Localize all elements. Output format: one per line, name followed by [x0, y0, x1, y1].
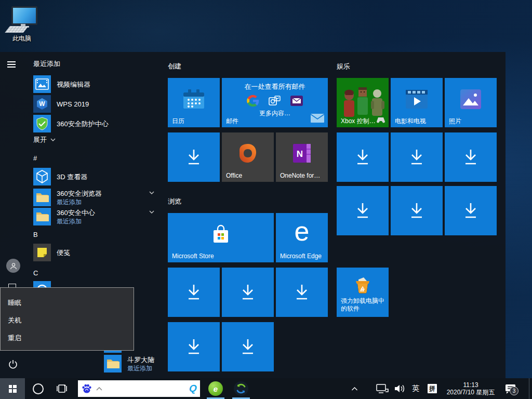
- download-tile[interactable]: [168, 322, 220, 371]
- sync-arrows-icon: [235, 383, 247, 394]
- cube-icon: [33, 168, 51, 185]
- sleep-menu-item[interactable]: 睡眠: [1, 294, 134, 312]
- tile-microsoft-store[interactable]: Microsoft Store: [168, 213, 274, 262]
- folder-icon: [104, 355, 122, 373]
- windows-logo-icon: [9, 385, 17, 393]
- baidu-icon: [81, 383, 92, 394]
- taskbar-app-360-security[interactable]: [233, 380, 249, 397]
- app-item-video-editor[interactable]: 视频编辑器: [33, 75, 150, 93]
- group-header-entertainment[interactable]: 娱乐: [337, 62, 350, 71]
- sticky-note-icon: [33, 244, 51, 261]
- video-editor-icon: [33, 75, 51, 93]
- app-item-wps[interactable]: W WPS 2019: [33, 95, 150, 113]
- download-tile[interactable]: [445, 132, 497, 182]
- app-item-3d-viewer[interactable]: 3D 查看器: [33, 168, 150, 185]
- person-icon: [9, 262, 18, 270]
- this-pc-desktop-icon[interactable]: 此电脑: [6, 5, 37, 43]
- browser-e-icon: e: [214, 384, 218, 393]
- download-tile[interactable]: [445, 186, 497, 235]
- folder-icon: [33, 208, 51, 225]
- language-indicator[interactable]: 英: [410, 378, 421, 399]
- photos-icon: [460, 89, 482, 110]
- tile-movies-tv[interactable]: 电影和电视: [391, 78, 443, 127]
- this-pc-label: 此电脑: [6, 34, 37, 43]
- svg-text:N: N: [297, 149, 303, 159]
- download-arrow-icon: [185, 148, 203, 167]
- start-button[interactable]: [0, 378, 25, 399]
- download-tile[interactable]: [222, 268, 274, 317]
- app-item-360-protect[interactable]: 360安全防护中心: [33, 115, 150, 132]
- download-tile[interactable]: [391, 132, 443, 182]
- tile-photos[interactable]: 照片: [445, 78, 497, 127]
- volume-icon[interactable]: [393, 378, 406, 399]
- cortana-button[interactable]: [29, 378, 47, 399]
- show-desktop-button[interactable]: [529, 378, 532, 399]
- store-bag-icon: [210, 224, 231, 244]
- download-tile[interactable]: [168, 132, 220, 182]
- tile-office[interactable]: Office: [222, 132, 274, 182]
- tile-onenote[interactable]: N OneNote for…: [276, 132, 328, 182]
- power-button[interactable]: [8, 359, 19, 370]
- calendar-icon: [181, 88, 206, 111]
- download-tile[interactable]: [337, 132, 389, 182]
- network-icon[interactable]: [375, 378, 390, 399]
- app-item-sticky-notes[interactable]: 便笺: [33, 244, 150, 261]
- power-menu-popup: 睡眠 关机 重启: [0, 287, 134, 351]
- section-header-c[interactable]: C: [33, 269, 38, 277]
- chevron-up-icon[interactable]: [96, 387, 103, 391]
- chevron-down-icon[interactable]: [149, 210, 154, 216]
- controller-icon: [376, 117, 385, 123]
- restart-menu-item[interactable]: 重启: [1, 329, 134, 347]
- clock[interactable]: 11:13 2020/7/10 星期五: [442, 378, 500, 399]
- download-tile[interactable]: [222, 322, 274, 371]
- outlook-icon: [268, 95, 282, 107]
- power-icon: [8, 359, 18, 369]
- movies-icon: [405, 89, 429, 110]
- shutdown-menu-item[interactable]: 关机: [1, 312, 134, 329]
- desktop: 此电脑 最近添加 视频编辑器 W WPS 2019: [0, 0, 532, 399]
- tile-microsoft-edge[interactable]: e Microsoft Edge: [276, 213, 328, 262]
- taskbar: Q e 英 拼 11:13 2020/7/10 星期五: [0, 378, 532, 399]
- group-header-create[interactable]: 创建: [168, 62, 181, 71]
- expand-list-button[interactable]: 展开: [33, 135, 56, 144]
- wps-icon: W: [33, 95, 51, 113]
- purple-mail-icon: [290, 96, 303, 106]
- trash-bin-icon: [353, 276, 372, 295]
- hamburger-menu-icon[interactable]: [7, 61, 19, 73]
- ime-indicator[interactable]: 拼: [427, 378, 438, 399]
- section-header-hash[interactable]: #: [33, 154, 37, 162]
- download-tile[interactable]: [276, 268, 328, 317]
- app-item-360-browser[interactable]: 360安全浏览器 最近添加: [33, 189, 150, 206]
- edge-logo-icon: e: [295, 218, 310, 245]
- recently-added-header: 最近添加: [33, 59, 60, 69]
- tile-mail[interactable]: 在一处查看所有邮件 更多内容… 邮件: [222, 78, 328, 127]
- date-text: 2020/7/10 星期五: [447, 389, 495, 396]
- search-input[interactable]: Q: [78, 380, 200, 397]
- chevron-down-icon[interactable]: [149, 358, 154, 364]
- google-icon: [247, 95, 259, 107]
- office-icon: [237, 143, 258, 164]
- download-tile[interactable]: [337, 186, 389, 235]
- time-text: 11:13: [463, 381, 478, 389]
- tile-calendar[interactable]: 日历: [168, 78, 220, 127]
- action-center-button[interactable]: 3: [503, 378, 518, 399]
- group-header-browse[interactable]: 浏览: [168, 197, 181, 206]
- tile-xbox[interactable]: Xbox 控制…: [337, 78, 389, 127]
- download-tile[interactable]: [391, 186, 443, 235]
- taskbar-app-360-browser[interactable]: e: [207, 380, 224, 397]
- keyboard-icon: [5, 26, 29, 33]
- download-tile[interactable]: [168, 268, 220, 317]
- section-header-b[interactable]: B: [33, 231, 38, 238]
- user-avatar[interactable]: [6, 259, 20, 273]
- start-menu: 最近添加 视频编辑器 W WPS 2019 360安全防护中心 展开 #: [0, 52, 506, 378]
- search-engine-logo-icon: Q: [189, 383, 197, 394]
- chevron-down-icon[interactable]: [149, 191, 154, 196]
- task-view-button[interactable]: [53, 378, 71, 399]
- folder-icon: [33, 189, 51, 206]
- app-item-360-center[interactable]: 360安全中心 最近添加: [33, 208, 150, 225]
- tray-chevron-up[interactable]: [349, 378, 360, 399]
- tile-uninstaller[interactable]: 强力卸载电脑中的软件: [337, 268, 389, 317]
- notification-badge: 3: [510, 387, 518, 395]
- task-view-icon: [56, 384, 68, 393]
- cortana-icon: [33, 383, 44, 394]
